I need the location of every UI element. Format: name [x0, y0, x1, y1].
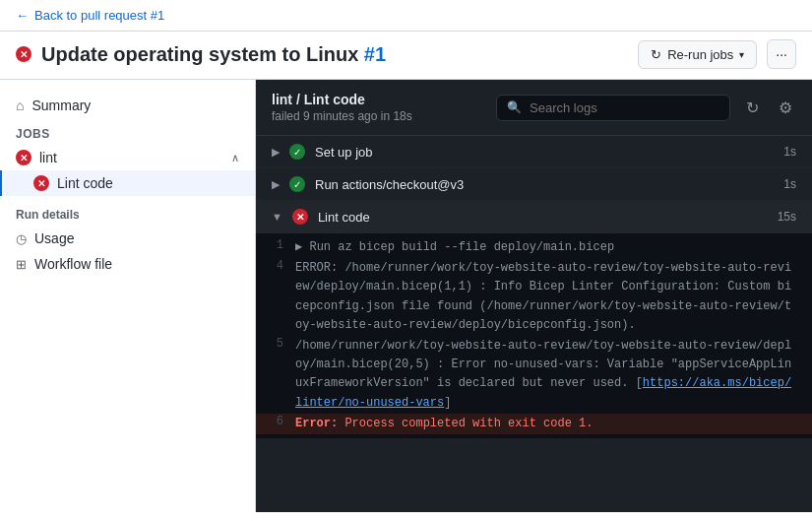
lint-code-subitem[interactable]: ✕ Lint code: [0, 170, 255, 196]
summary-label: Summary: [31, 98, 239, 113]
search-box[interactable]: 🔍: [496, 95, 730, 121]
line-number-6: 6: [256, 415, 295, 433]
log-steps: ▶ ✓ Set up job 1s ▶ ✓ Run actions/checko…: [256, 136, 812, 512]
search-icon: 🔍: [507, 100, 522, 114]
step-chevron-down-icon: ▼: [272, 211, 282, 223]
step-chevron-right-icon-2: ▶: [272, 178, 280, 191]
lint-chevron-icon: ∧: [231, 152, 239, 164]
step-name-lint: Lint code: [318, 210, 768, 225]
lint-job-label: lint: [39, 150, 57, 165]
line-number-1: 1: [256, 238, 295, 257]
line-content-1: ▶ Run az bicep build --file deploy/main.…: [295, 238, 630, 257]
summary-item[interactable]: ⌂ Summary: [0, 92, 255, 119]
step-row-checkout[interactable]: ▶ ✓ Run actions/checkout@v3 1s: [256, 168, 812, 201]
search-input[interactable]: [530, 100, 719, 115]
lint-code-error-icon: ✕: [33, 175, 49, 191]
step-time-setup: 1s: [783, 145, 796, 159]
line-number-4: 4: [256, 259, 295, 335]
top-bar: ← Back to pull request #1: [0, 0, 812, 32]
step-time-lint: 15s: [778, 210, 796, 224]
log-line-1: 1 ▶ Run az bicep build --file deploy/mai…: [256, 237, 812, 258]
dots-icon: ···: [776, 46, 787, 62]
step-time-checkout: 1s: [783, 177, 796, 191]
log-line-6: 6 Error: Process completed with exit cod…: [256, 414, 812, 434]
lint-error-icon: ✕: [16, 150, 31, 165]
rerun-label: Re-run jobs: [667, 47, 733, 62]
usage-item[interactable]: ◷ Usage: [0, 226, 255, 251]
back-link[interactable]: ← Back to pull request #1: [16, 8, 164, 23]
error-status-icon: ✕: [16, 46, 31, 62]
step-row-setup[interactable]: ▶ ✓ Set up job 1s: [256, 136, 812, 168]
log-title: lint / Lint code: [272, 92, 484, 107]
usage-label: Usage: [34, 230, 74, 246]
log-panel: lint / Lint code failed 9 minutes ago in…: [256, 80, 812, 512]
log-header: lint / Lint code failed 9 minutes ago in…: [256, 80, 812, 136]
log-line-5: 5 /home/runner/work/toy-website-auto-rev…: [256, 336, 812, 414]
run-details-heading: Run details: [0, 196, 255, 226]
workflow-file-item[interactable]: ⊞ Workflow file: [0, 251, 255, 277]
log-line-4: 4 ERROR: /home/runner/work/toy-website-a…: [256, 258, 812, 336]
workflow-icon: ⊞: [16, 257, 27, 272]
rerun-icon: ↻: [651, 47, 661, 62]
log-subtitle: failed 9 minutes ago in 18s: [272, 109, 484, 123]
page-title: Update operating system to Linux #1: [41, 43, 628, 66]
title-row: ✕ Update operating system to Linux #1 ↻ …: [0, 32, 812, 80]
step-row-lint[interactable]: ▼ ✕ Lint code 15s: [256, 201, 812, 233]
page-title-text: Update operating system to Linux: [41, 43, 358, 65]
log-title-area: lint / Lint code failed 9 minutes ago in…: [272, 92, 484, 123]
expanded-log-area: 1 ▶ Run az bicep build --file deploy/mai…: [256, 233, 812, 438]
app-container: ← Back to pull request #1 ✕ Update opera…: [0, 0, 812, 512]
rerun-jobs-button[interactable]: ↻ Re-run jobs ▾: [638, 40, 757, 69]
clock-icon: ◷: [16, 231, 27, 246]
line-number-5: 5: [256, 337, 295, 413]
step-error-icon-lint: ✕: [292, 209, 308, 225]
step-name-checkout: Run actions/checkout@v3: [315, 177, 774, 192]
rerun-chevron-icon: ▾: [739, 49, 744, 60]
step-name-setup: Set up job: [315, 145, 774, 160]
lint-code-label: Lint code: [57, 175, 113, 191]
main-layout: ⌂ Summary Jobs ✕ lint ∧ ✕ Lint code Run …: [0, 80, 812, 512]
home-icon: ⌂: [16, 98, 24, 113]
line-content-5: /home/runner/work/toy-website-auto-revie…: [295, 337, 812, 413]
line-content-6: Error: Process completed with exit code …: [295, 415, 608, 433]
more-options-button[interactable]: ···: [767, 39, 796, 69]
jobs-heading: Jobs: [0, 119, 255, 145]
lint-job-item[interactable]: ✕ lint ∧: [0, 145, 255, 170]
step-chevron-right-icon: ▶: [272, 146, 280, 159]
back-arrow-icon: ←: [16, 8, 29, 23]
workflow-file-label: Workflow file: [34, 256, 112, 272]
refresh-button[interactable]: ↻: [742, 95, 763, 121]
lint-link[interactable]: https://aka.ms/bicep/linter/no-unused-va…: [295, 376, 791, 409]
sidebar: ⌂ Summary Jobs ✕ lint ∧ ✕ Lint code Run …: [0, 80, 256, 512]
step-success-icon-2: ✓: [289, 176, 305, 192]
back-link-text: Back to pull request #1: [34, 8, 164, 23]
step-success-icon-1: ✓: [289, 144, 305, 160]
line-content-4: ERROR: /home/runner/work/toy-website-aut…: [295, 259, 812, 335]
page-title-number: #1: [364, 43, 386, 65]
settings-button[interactable]: ⚙: [775, 95, 796, 121]
